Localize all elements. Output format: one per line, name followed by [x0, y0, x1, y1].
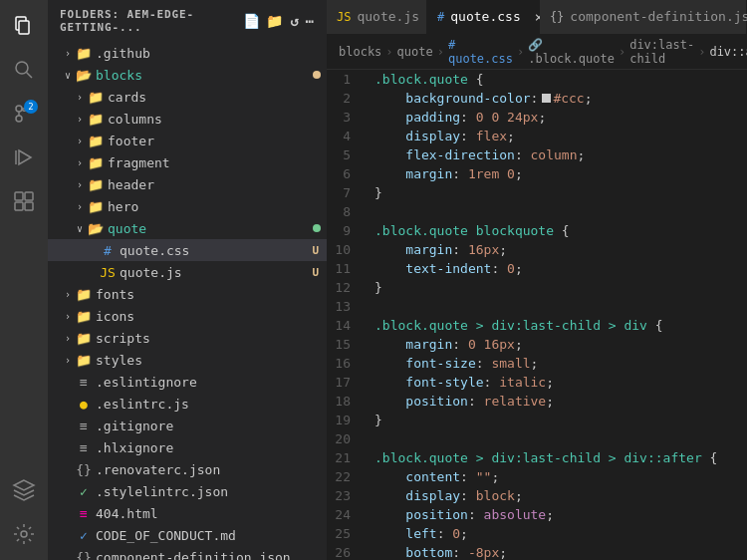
token: font-size	[374, 354, 476, 373]
tab-quote-css[interactable]: # quote.css ×	[427, 0, 540, 34]
tree-item-component-definition[interactable]: {} component-definition.json	[48, 546, 327, 560]
token: :	[452, 335, 460, 354]
tree-item-quote-css[interactable]: # quote.css U	[48, 239, 327, 261]
svg-rect-10	[25, 192, 33, 200]
code-line: .block.quote blockquote {	[374, 221, 747, 240]
json-tab-icon: {}	[550, 10, 564, 24]
token: ;	[538, 108, 546, 127]
breadcrumb-part[interactable]: div:last-child	[629, 38, 694, 66]
token: }	[374, 411, 382, 429]
search-icon[interactable]	[6, 52, 42, 88]
token: ;	[546, 392, 554, 411]
breadcrumb-part[interactable]: blocks	[339, 45, 381, 59]
tree-item-code-of-conduct[interactable]: ✓ CODE_OF_CONDUCT.md	[48, 524, 327, 546]
collapse-arrow: ›	[72, 92, 88, 103]
file-icon: ≡	[76, 439, 92, 455]
code-line: content: "";	[374, 467, 747, 486]
token: display	[374, 127, 460, 145]
code-line: .block.quote {	[374, 70, 747, 89]
token: {	[554, 221, 570, 240]
token: ;	[515, 335, 523, 354]
code-content[interactable]: .block.quote { background-color:#ccc; pa…	[367, 70, 747, 560]
tree-item-fragment[interactable]: › 📁 fragment	[48, 151, 327, 173]
breadcrumb-part[interactable]: quote	[397, 45, 433, 59]
token: :	[452, 543, 460, 560]
tree-item-gitignore[interactable]: ≡ .gitignore	[48, 415, 327, 436]
tree-label: scripts	[96, 331, 327, 346]
tree-item-scripts[interactable]: › 📁 scripts	[48, 327, 327, 349]
new-folder-icon[interactable]: 📁	[266, 13, 284, 29]
tree-item-quote-js[interactable]: JS quote.js U	[48, 261, 327, 283]
code-line	[374, 429, 747, 448]
tree-item-styles[interactable]: › 📁 styles	[48, 349, 327, 371]
breadcrumb-part[interactable]: # quote.css	[448, 38, 513, 66]
collapse-all-icon[interactable]: ⋯	[306, 13, 315, 29]
remote-icon[interactable]	[6, 472, 42, 508]
tree-item-blocks[interactable]: ∨ 📂 blocks	[48, 64, 327, 86]
token: position	[374, 505, 468, 524]
tree-item-icons[interactable]: › 📁 icons	[48, 305, 327, 327]
code-line: bottom: -8px;	[374, 543, 747, 560]
tree-label: .renovaterc.json	[96, 462, 327, 477]
line-number: 23	[327, 486, 359, 505]
breadcrumb-part[interactable]: 🔗 .block.quote	[528, 38, 615, 66]
line-number: 9	[327, 221, 359, 240]
collapse-arrow: ›	[60, 355, 76, 366]
breadcrumb-sep: ›	[517, 45, 524, 59]
modified-dot	[313, 224, 321, 232]
token: absolute	[476, 505, 546, 524]
folder-icon: 📁	[88, 133, 104, 148]
tree-label: CODE_OF_CONDUCT.md	[96, 528, 327, 543]
tree-item-stylelintrc[interactable]: ✓ .stylelintrc.json	[48, 480, 327, 502]
line-number: 3	[327, 108, 359, 127]
token: bottom	[374, 543, 452, 560]
tree-item-renovaterc[interactable]: {} .renovaterc.json	[48, 458, 327, 480]
tree-item-hero[interactable]: › 📁 hero	[48, 195, 327, 217]
token: :	[452, 240, 460, 259]
tree-item-eslintignore[interactable]: ≡ .eslintignore	[48, 371, 327, 393]
tree-label: hero	[108, 199, 327, 214]
line-number: 24	[327, 505, 359, 524]
extensions-icon[interactable]	[6, 183, 42, 219]
explorer-icon[interactable]	[6, 8, 42, 44]
html-file-icon: ≡	[76, 505, 92, 521]
breadcrumb-sep: ›	[698, 45, 705, 59]
refresh-icon[interactable]: ↺	[290, 13, 299, 29]
line-number: 21	[327, 448, 359, 467]
line-number: 7	[327, 183, 359, 202]
line-number: 10	[327, 240, 359, 259]
token: small	[484, 354, 531, 373]
line-number: 26	[327, 543, 359, 560]
tab-component-definition[interactable]: {} component-definition.json ×	[540, 0, 747, 34]
css-tab-icon: #	[437, 10, 444, 24]
tree-item-hlxignore[interactable]: ≡ .hlxignore	[48, 436, 327, 458]
code-editor[interactable]: 1234567891011121314151617181920212223242…	[327, 70, 747, 560]
tree-item-columns[interactable]: › 📁 columns	[48, 108, 327, 130]
code-line: display: block;	[374, 486, 747, 505]
token: :	[484, 373, 492, 392]
breadcrumb-current[interactable]: div::after	[709, 45, 747, 59]
tree-item-quote[interactable]: ∨ 📂 quote	[48, 217, 327, 239]
new-file-icon[interactable]: 📄	[243, 13, 261, 29]
tree-item-header[interactable]: › 📁 header	[48, 173, 327, 195]
tree-item-404[interactable]: ≡ 404.html	[48, 502, 327, 524]
tab-quote-js[interactable]: JS quote.js ×	[327, 0, 427, 34]
sidebar: FOLDERS: AEM-EDGE-GETTING-... 📄 📁 ↺ ⋯ › …	[48, 0, 327, 560]
tree-item-eslintrc[interactable]: ● .eslintrc.js	[48, 393, 327, 415]
token: .block.quote blockquote	[374, 221, 554, 240]
tree-item-github[interactable]: › 📁 .github	[48, 42, 327, 64]
run-debug-icon[interactable]	[6, 140, 42, 175]
tree-item-footer[interactable]: › 📁 footer	[48, 130, 327, 151]
tree-label: .hlxignore	[96, 440, 327, 455]
settings-icon[interactable]	[6, 516, 42, 552]
token: .block.quote > div:last-child > div::aft…	[374, 448, 702, 467]
tree-item-fonts[interactable]: › 📁 fonts	[48, 283, 327, 305]
token: ;	[546, 505, 554, 524]
tree-item-cards[interactable]: › 📁 cards	[48, 86, 327, 108]
file-icon: ≡	[76, 374, 92, 390]
token: ;	[515, 259, 523, 278]
code-line: }	[374, 278, 747, 297]
collapse-arrow: ›	[72, 114, 88, 125]
tab-bar: JS quote.js × # quote.css × {} component…	[327, 0, 747, 35]
source-control-icon[interactable]: 2	[6, 96, 42, 132]
